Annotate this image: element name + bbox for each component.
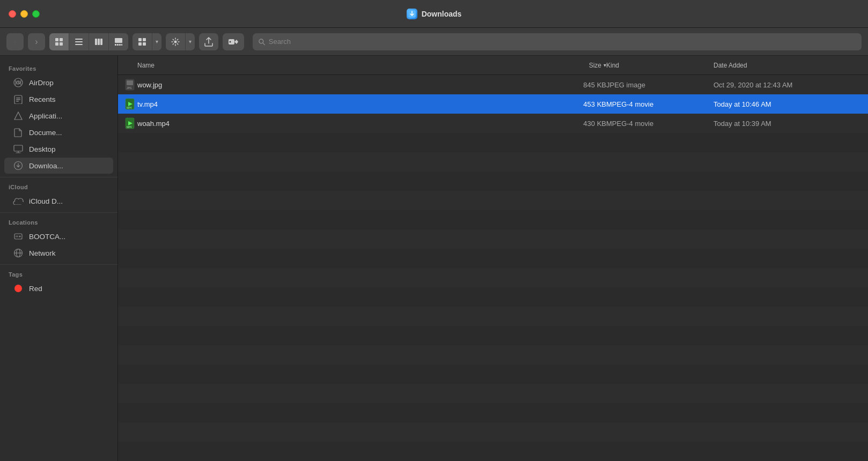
maximize-button[interactable] (32, 10, 40, 18)
sidebar: Favorites AirDrop R (0, 56, 118, 461)
empty-row (118, 345, 868, 365)
column-headers: Name Size ▾ Kind Date Added (118, 56, 868, 75)
empty-row (118, 326, 868, 345)
view-grid-button[interactable] (49, 33, 69, 50)
jpeg-icon: JPG (124, 79, 135, 90)
share-button[interactable] (199, 33, 218, 50)
svg-point-23 (230, 41, 231, 42)
settings-button[interactable]: ▾ (166, 33, 195, 50)
table-row[interactable]: MP4 tv.mp4 453 KB MPEG-4 movie Today at … (118, 94, 868, 114)
sidebar-item-recents[interactable]: Recents (4, 91, 113, 107)
svg-rect-8 (95, 39, 97, 45)
svg-rect-1 (55, 38, 58, 41)
main-content: Favorites AirDrop R (0, 56, 868, 461)
sidebar-item-label: Network (29, 249, 56, 257)
view-columns-button[interactable] (89, 33, 108, 50)
empty-row (118, 152, 868, 172)
settings-arrow[interactable]: ▾ (186, 33, 195, 50)
sidebar-item-icloud-drive[interactable]: iCloud D... (4, 193, 113, 209)
view-gallery-button[interactable] (108, 33, 128, 50)
empty-row (118, 210, 868, 229)
empty-row (118, 249, 868, 268)
sidebar-item-documents[interactable]: Docume... (4, 124, 113, 140)
file-size: 430 KB (520, 120, 606, 128)
svg-rect-29 (16, 99, 20, 100)
sidebar-item-network[interactable]: Network (4, 245, 113, 261)
svg-marker-22 (234, 40, 238, 44)
icloud-header: iCloud (0, 181, 117, 192)
view-options-arrow[interactable]: ▾ (152, 33, 161, 50)
drive-icon (13, 231, 24, 242)
sidebar-item-label: BOOTCA... (29, 233, 65, 241)
close-button[interactable] (9, 10, 16, 18)
svg-rect-35 (16, 236, 18, 237)
view-list-button[interactable] (69, 33, 89, 50)
documents-icon (13, 127, 24, 138)
view-buttons (49, 33, 128, 50)
search-input[interactable] (269, 38, 856, 46)
svg-rect-39 (127, 80, 133, 85)
empty-row (118, 268, 868, 287)
empty-row (118, 133, 868, 152)
file-kind: MPEG-4 movie (606, 120, 713, 128)
empty-row (118, 384, 868, 403)
svg-rect-6 (75, 41, 83, 42)
forward-button[interactable]: › (28, 33, 45, 50)
file-date: Today at 10:39 AM (713, 120, 864, 128)
svg-rect-9 (98, 39, 100, 45)
file-name: wow.jpg (137, 81, 520, 89)
empty-row (118, 229, 868, 249)
svg-rect-14 (119, 44, 121, 46)
tag-red-icon (13, 283, 24, 294)
svg-text:MP4: MP4 (127, 107, 132, 109)
sidebar-item-applications[interactable]: Applicati... (4, 108, 113, 124)
table-row[interactable]: JPG wow.jpg 845 KB JPEG image Oct 29, 20… (118, 75, 868, 94)
airdrop-icon (13, 77, 24, 88)
back-button[interactable]: ‹ (6, 33, 24, 50)
svg-text:JPG: JPG (127, 86, 132, 90)
tags-header: Tags (0, 268, 117, 280)
sidebar-item-desktop[interactable]: Desktop (4, 141, 113, 157)
empty-row (118, 365, 868, 384)
view-options-main[interactable] (133, 33, 152, 50)
mp4-icon: MP4 (124, 99, 135, 109)
svg-rect-2 (60, 38, 63, 41)
col-name-header[interactable]: Name (137, 62, 520, 69)
tag-button[interactable] (223, 33, 244, 50)
col-kind-header[interactable]: Kind (606, 62, 713, 69)
window-title: Downloads (407, 9, 462, 19)
file-name: woah.mp4 (137, 120, 520, 128)
file-size: 453 KB (520, 100, 606, 108)
network-icon (13, 248, 24, 258)
view-options-button[interactable]: ▾ (133, 33, 161, 50)
sidebar-item-downloads[interactable]: Downloa... (4, 158, 113, 174)
file-date: Oct 29, 2020 at 12:43 AM (713, 81, 864, 89)
svg-rect-11 (115, 38, 122, 43)
sidebar-item-airdrop[interactable]: AirDrop (4, 75, 113, 91)
svg-point-34 (19, 236, 21, 237)
sidebar-item-red-tag[interactable]: Red (4, 280, 113, 296)
col-date-header[interactable]: Date Added (713, 62, 864, 69)
search-icon (258, 38, 266, 46)
sidebar-item-bootcamp[interactable]: BOOTCA... (4, 228, 113, 244)
svg-rect-3 (55, 42, 58, 46)
svg-rect-10 (100, 39, 102, 45)
file-kind: MPEG-4 movie (606, 100, 713, 108)
search-bar[interactable] (253, 33, 862, 50)
empty-row (118, 191, 868, 210)
col-size-header[interactable]: Size ▾ (520, 62, 606, 69)
svg-point-20 (174, 40, 177, 43)
favorites-header: Favorites (0, 62, 117, 74)
empty-row (118, 172, 868, 191)
svg-rect-4 (60, 42, 63, 46)
svg-rect-31 (14, 145, 23, 151)
sidebar-divider-2 (0, 212, 117, 213)
settings-main[interactable] (166, 33, 186, 50)
table-row[interactable]: MP4 woah.mp4 430 KB MPEG-4 movie Today a… (118, 114, 868, 133)
svg-rect-12 (115, 44, 116, 46)
mp4-icon: MP4 (124, 118, 135, 129)
minimize-button[interactable] (20, 10, 28, 18)
traffic-lights (9, 10, 40, 18)
empty-row (118, 307, 868, 326)
file-kind: JPEG image (606, 81, 713, 89)
